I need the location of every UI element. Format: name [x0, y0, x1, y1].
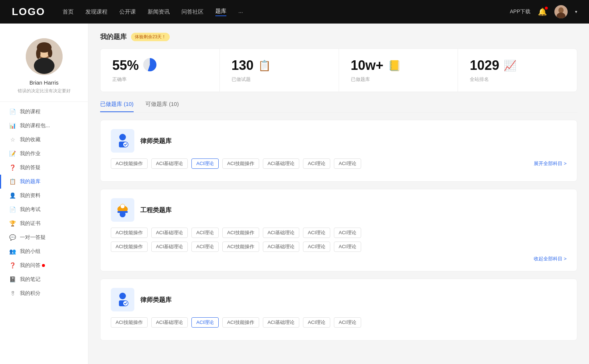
myqa-dot — [42, 264, 45, 267]
app-download-button[interactable]: APP下载 — [510, 8, 530, 15]
tag-1-3[interactable]: ACI理论 — [191, 158, 219, 169]
expand-link-1[interactable]: 展开全部科目 > — [534, 160, 567, 167]
sidebar-item-homework[interactable]: 📝 我的作业 — [0, 147, 88, 161]
stat-accuracy: 55% 正确率 — [100, 49, 220, 92]
svg-point-17 — [119, 293, 126, 299]
sidebar-item-1on1[interactable]: 💬 一对一答疑 — [0, 231, 88, 245]
nav-home[interactable]: 首页 — [63, 8, 74, 15]
eng-tag-2-7[interactable]: ACI理论 — [334, 242, 361, 252]
chart-stat-icon: 📈 — [504, 60, 516, 72]
ranking-value: 1029 — [470, 58, 499, 73]
profile-icon: 👤 — [9, 192, 16, 199]
sidebar-item-tiku[interactable]: 📋 我的题库 — [0, 175, 88, 189]
eng-tag-1-5[interactable]: ACI基础理论 — [263, 228, 300, 238]
notification-bell[interactable]: 🔔 — [538, 7, 547, 16]
tag-1-2[interactable]: ACI基础理论 — [151, 158, 188, 169]
navbar-right: APP下载 🔔 ▾ — [510, 5, 577, 18]
sidebar-item-course-packages[interactable]: 📊 我的课程包... — [0, 119, 88, 133]
sidebar-item-group[interactable]: 👥 我的小组 — [0, 245, 88, 258]
eng-tag-2-5[interactable]: ACI基础理论 — [263, 242, 300, 252]
law2-tag-6[interactable]: ACI理论 — [303, 317, 330, 328]
eng-tag-1-7[interactable]: ACI理论 — [334, 228, 361, 238]
tag-1-5[interactable]: ACI基础理论 — [263, 158, 300, 169]
done-questions-value: 130 — [232, 58, 254, 73]
user-menu-chevron[interactable]: ▾ — [575, 9, 577, 14]
user-avatar[interactable] — [26, 38, 63, 75]
notification-dot — [545, 7, 548, 10]
accuracy-value: 55% — [112, 58, 139, 73]
law2-tag-4[interactable]: ACI技能操作 — [222, 317, 259, 328]
lawyer-icon-1 — [111, 129, 134, 153]
exam-icon: 📄 — [9, 206, 16, 213]
tab-available[interactable]: 可做题库 (10) — [145, 101, 179, 112]
eng-tag-2-6[interactable]: ACI理论 — [303, 242, 330, 252]
lawyer-tags-row-2: ACI技能操作 ACI基础理论 ACI理论 ACI技能操作 ACI基础理论 AC… — [111, 317, 567, 328]
lawyer-icon-2 — [111, 288, 134, 311]
sidebar-menu: 📄 我的课程 📊 我的课程包... ☆ 我的收藏 📝 我的作业 ❓ 我的答疑 📋 — [0, 105, 88, 300]
eng-tag-2-4[interactable]: ACI技能操作 — [222, 242, 259, 252]
sidebar-item-myqa[interactable]: ❓ 我的问答 — [0, 258, 88, 272]
svg-point-15 — [120, 211, 126, 217]
svg-point-9 — [48, 49, 52, 57]
eng-tag-2-1[interactable]: ACI技能操作 — [111, 242, 148, 252]
stat-done-banks: 10w+ 📒 已做题库 — [339, 49, 458, 92]
nav-tiku[interactable]: 题库 — [215, 8, 226, 16]
section-header: 我的题库 体验剩余23天！ — [100, 32, 577, 41]
tab-done[interactable]: 已做题库 (10) — [100, 101, 134, 112]
sidebar-item-profile[interactable]: 👤 我的资料 — [0, 189, 88, 203]
eng-tag-1-3[interactable]: ACI理论 — [191, 228, 219, 238]
done-banks-value: 10w+ — [351, 58, 384, 73]
sidebar-item-points[interactable]: 🎖 我的积分 — [0, 286, 88, 300]
sidebar-item-favorites[interactable]: ☆ 我的收藏 — [0, 133, 88, 147]
notes-icon: 📓 — [9, 276, 16, 283]
eng-tag-2-3[interactable]: ACI理论 — [191, 242, 219, 252]
stats-row: 55% 正确率 130 📋 已做试题 10w+ 📒 — [100, 49, 577, 92]
sidebar-item-notes[interactable]: 📓 我的笔记 — [0, 272, 88, 286]
stat-done-questions: 130 📋 已做试题 — [220, 49, 339, 92]
certificate-icon: 🏆 — [9, 220, 16, 227]
lawyer-bank-title-2: 律师类题库 — [140, 296, 172, 304]
eng-tag-2-2[interactable]: ACI基础理论 — [151, 242, 188, 252]
tag-1-6[interactable]: ACI理论 — [303, 158, 330, 169]
eng-tag-1-6[interactable]: ACI理论 — [303, 228, 330, 238]
nav-qa[interactable]: 问答社区 — [181, 8, 204, 15]
tag-1-4[interactable]: ACI技能操作 — [222, 158, 259, 169]
law2-tag-3[interactable]: ACI理论 — [191, 317, 219, 328]
stat-ranking: 1029 📈 全站排名 — [458, 49, 577, 92]
sidebar-item-certificate[interactable]: 🏆 我的证书 — [0, 217, 88, 231]
nav-news[interactable]: 新闻资讯 — [148, 8, 170, 15]
sidebar-item-qa[interactable]: ❓ 我的答疑 — [0, 161, 88, 175]
stat-value-row-accuracy: 55% — [112, 58, 208, 73]
tag-1-7[interactable]: ACI理论 — [334, 158, 361, 169]
stat-value-row-banks: 10w+ 📒 — [351, 58, 446, 73]
tag-1-1[interactable]: ACI技能操作 — [111, 158, 148, 169]
points-icon: 🎖 — [9, 290, 16, 297]
sidebar-profile: Brian Harris 错误的决定比没有决定要好 — [0, 32, 88, 102]
logo[interactable]: LOGO — [12, 6, 45, 18]
nav-links: 首页 发现课程 公开课 新闻资讯 问答社区 题库 ··· — [63, 8, 510, 16]
nav-opencourse[interactable]: 公开课 — [119, 8, 136, 15]
bank-card-header-3: 律师类题库 — [111, 288, 567, 311]
law2-tag-2[interactable]: ACI基础理论 — [151, 317, 188, 328]
stat-value-row-done: 130 📋 — [232, 58, 327, 73]
sidebar: Brian Harris 错误的决定比没有决定要好 📄 我的课程 📊 我的课程包… — [0, 24, 88, 364]
eng-tag-1-4[interactable]: ACI技能操作 — [222, 228, 259, 238]
eng-tag-1-2[interactable]: ACI基础理论 — [151, 228, 188, 238]
law2-tag-5[interactable]: ACI基础理论 — [263, 317, 300, 328]
law2-tag-7[interactable]: ACI理论 — [334, 317, 361, 328]
1on1-icon: 💬 — [9, 234, 16, 241]
law2-tag-1[interactable]: ACI技能操作 — [111, 317, 148, 328]
svg-point-16 — [120, 204, 125, 208]
sidebar-item-courses[interactable]: 📄 我的课程 — [0, 105, 88, 119]
lawyer-tags-row-1: ACI技能操作 ACI基础理论 ACI理论 ACI技能操作 ACI基础理论 AC… — [111, 158, 567, 169]
engineer-bank-title: 工程类题库 — [140, 206, 172, 214]
nav-discover[interactable]: 发现课程 — [85, 8, 107, 15]
user-avatar-nav[interactable] — [554, 5, 568, 18]
eng-tag-1-1[interactable]: ACI技能操作 — [111, 228, 148, 238]
pie-chart-icon — [143, 58, 156, 73]
sidebar-item-exam[interactable]: 📄 我的考试 — [0, 203, 88, 217]
group-icon: 👥 — [9, 248, 16, 255]
collapse-link[interactable]: 收起全部科目 > — [111, 256, 567, 262]
nav-more[interactable]: ··· — [238, 9, 243, 15]
qa-icon: ❓ — [9, 164, 16, 171]
